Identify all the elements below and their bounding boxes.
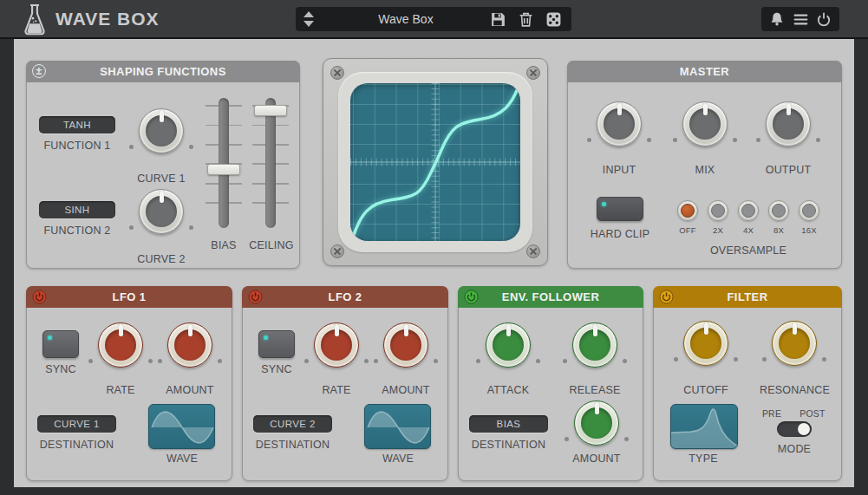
attack-label: ATTACK (473, 384, 543, 396)
env-follower-panel: ENV. FOLLOWER ATTACK RELEASE BIAS DESTIN… (458, 286, 643, 481)
env-destination-label: DESTINATION (462, 439, 555, 451)
resonance-knob[interactable] (772, 321, 817, 366)
lfo2-panel: LFO 2 SYNC RATE AMOUNT CURVE 2 DESTINATI… (242, 286, 448, 481)
oversample-2x-label: 2X (703, 225, 733, 235)
filter-type-label: TYPE (669, 453, 738, 465)
lfo1-sync-label: SYNC (34, 363, 88, 375)
bias-slider-handle[interactable] (207, 164, 240, 175)
lfo1-sync-button[interactable] (42, 330, 79, 358)
lfo1-panel: LFO 1 SYNC RATE AMOUNT CURVE 1 DESTINATI… (26, 286, 232, 481)
lfo1-wave-display[interactable] (148, 404, 215, 449)
curve1-label: CURVE 1 (127, 173, 196, 185)
filter-type-display[interactable] (670, 404, 738, 449)
hard-clip-led (602, 202, 606, 206)
lfo2-destination-label: DESTINATION (246, 439, 339, 451)
function1-select-button[interactable]: TANH (39, 116, 115, 134)
attack-knob[interactable] (486, 322, 531, 368)
menu-icon[interactable] (793, 11, 809, 28)
lfo2-sync-led (264, 335, 268, 340)
preset-next-icon[interactable] (303, 21, 314, 27)
main-area: ± SHAPING FUNCTIONS TANH FUNCTION 1 CURV… (14, 39, 854, 487)
bipolar-icon: ± (32, 64, 46, 78)
oversample-label: OVERSAMPLE (688, 244, 809, 257)
app-title: WAVE BOX (55, 0, 160, 37)
bias-slider[interactable] (205, 98, 243, 228)
oversample-8x-radio[interactable] (768, 200, 789, 221)
lfo2-sync-button[interactable] (258, 330, 295, 358)
oversample-4x-label: 4X (734, 225, 763, 235)
env-amount-knob[interactable] (574, 401, 619, 446)
lfo2-wave-display[interactable] (364, 404, 431, 449)
filter-power-icon[interactable] (659, 290, 674, 304)
lfo1-wave-label: WAVE (147, 453, 217, 465)
env-follower-header: ENV. FOLLOWER (458, 286, 643, 308)
lfo1-amount-knob[interactable] (167, 322, 212, 368)
preset-bar: Wave Box (296, 7, 571, 31)
screw-icon (330, 244, 344, 258)
hard-clip-button[interactable] (597, 197, 643, 221)
transfer-curve (350, 83, 520, 241)
filter-panel: FILTER CUTOFF RESONANCE TYPE PRE POST (653, 286, 842, 481)
shaping-functions-header: ± SHAPING FUNCTIONS (26, 61, 300, 82)
hard-clip-label: HARD CLIP (580, 228, 660, 240)
trash-icon[interactable] (518, 11, 534, 28)
lfo2-destination-button[interactable]: CURVE 2 (253, 415, 332, 433)
mode-pre-label: PRE (754, 408, 789, 419)
filter-header: FILTER (653, 286, 842, 308)
mode-post-label: POST (795, 408, 830, 419)
power-icon[interactable] (816, 11, 832, 27)
screw-icon (526, 244, 540, 258)
lfo2-sync-label: SYNC (250, 363, 303, 375)
filter-mode-toggle-knob[interactable] (798, 423, 810, 435)
oversample-off-radio[interactable] (677, 200, 698, 221)
mix-knob[interactable] (682, 101, 728, 147)
lfo2-power-icon[interactable] (248, 290, 263, 304)
notifications-bell-icon[interactable] (769, 11, 785, 27)
ceiling-slider[interactable] (251, 98, 290, 228)
lfo2-amount-label: AMOUNT (371, 384, 441, 396)
cutoff-knob[interactable] (683, 321, 728, 366)
lfo2-amount-knob[interactable] (383, 322, 428, 368)
lfo2-rate-knob[interactable] (314, 322, 359, 368)
flask-logo-icon (21, 3, 49, 39)
input-knob[interactable] (597, 101, 642, 147)
cutoff-label: CUTOFF (671, 384, 741, 396)
release-label: RELEASE (560, 384, 630, 396)
output-knob[interactable] (766, 101, 811, 147)
lfo1-header: LFO 1 (26, 286, 232, 308)
lfo1-sync-led (48, 335, 52, 340)
master-panel: MASTER INPUT MIX OUTPUT HARD CLIP (567, 61, 842, 269)
lfo2-header: LFO 2 (242, 286, 448, 308)
release-knob[interactable] (572, 322, 617, 368)
function1-label: FUNCTION 1 (39, 140, 115, 152)
preset-name[interactable]: Wave Box (322, 12, 490, 26)
save-icon[interactable] (490, 11, 506, 28)
lfo1-rate-label: RATE (86, 384, 155, 396)
screw-icon (330, 66, 344, 80)
oversample-16x-label: 16X (794, 225, 824, 235)
lfo1-destination-button[interactable]: CURVE 1 (37, 415, 116, 433)
lfo1-destination-label: DESTINATION (30, 439, 123, 451)
oversample-2x-radio[interactable] (708, 200, 728, 221)
screw-icon (526, 66, 540, 80)
preset-prev-icon[interactable] (303, 11, 314, 17)
oversample-4x-radio[interactable] (738, 200, 759, 221)
dice-icon[interactable] (545, 11, 562, 28)
env-destination-button[interactable]: BIAS (469, 415, 548, 433)
filter-mode-toggle[interactable] (777, 421, 812, 437)
lfo1-rate-knob[interactable] (98, 322, 143, 368)
title-bar: WAVE BOX Wave Box (0, 0, 868, 39)
lfo1-power-icon[interactable] (32, 290, 47, 304)
lfo2-rate-label: RATE (302, 384, 371, 396)
ceiling-slider-handle[interactable] (254, 105, 287, 116)
curve1-knob[interactable] (139, 108, 184, 153)
oversample-off-label: OFF (673, 225, 702, 235)
lfo2-wave-label: WAVE (363, 453, 433, 465)
curve2-knob[interactable] (139, 189, 184, 234)
preset-spinner[interactable] (296, 11, 322, 27)
oversample-16x-radio[interactable] (799, 200, 819, 221)
env-follower-power-icon[interactable] (464, 290, 479, 304)
function2-select-button[interactable]: SINH (39, 201, 115, 218)
scope-bezel (338, 72, 532, 252)
lfo1-amount-label: AMOUNT (155, 384, 225, 396)
